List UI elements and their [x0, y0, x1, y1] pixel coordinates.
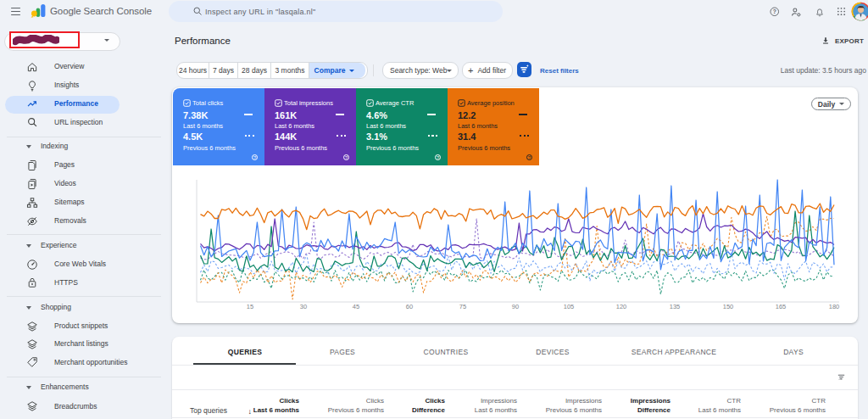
svg-text:30: 30: [300, 303, 307, 310]
svg-text:60: 60: [406, 303, 413, 310]
svg-text:75: 75: [459, 303, 466, 310]
svg-text:150: 150: [723, 303, 734, 310]
svg-text:135: 135: [670, 303, 681, 310]
svg-text:120: 120: [616, 303, 627, 310]
svg-text:180: 180: [829, 303, 840, 310]
svg-text:105: 105: [564, 303, 575, 310]
svg-text:90: 90: [512, 303, 519, 310]
svg-text:15: 15: [247, 303, 253, 310]
svg-text:165: 165: [776, 303, 787, 310]
svg-text:45: 45: [353, 303, 359, 310]
svg-text:?: ?: [773, 8, 776, 14]
